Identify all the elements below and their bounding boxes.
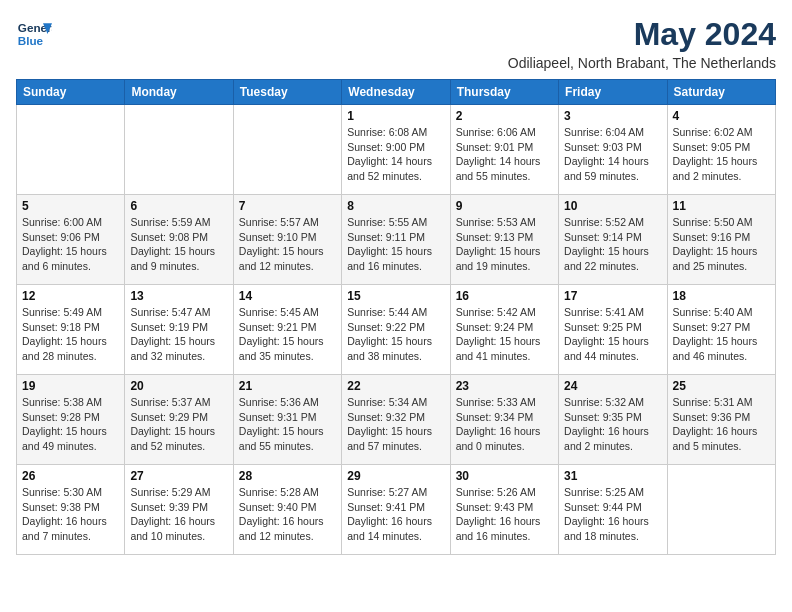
calendar-cell: 19Sunrise: 5:38 AMSunset: 9:28 PMDayligh… [17,375,125,465]
calendar-cell: 23Sunrise: 5:33 AMSunset: 9:34 PMDayligh… [450,375,558,465]
week-row-0: 1Sunrise: 6:08 AMSunset: 9:00 PMDaylight… [17,105,776,195]
day-number: 11 [673,199,770,213]
day-info: Sunrise: 5:38 AMSunset: 9:28 PMDaylight:… [22,395,119,454]
calendar-cell: 31Sunrise: 5:25 AMSunset: 9:44 PMDayligh… [559,465,667,555]
calendar-cell: 1Sunrise: 6:08 AMSunset: 9:00 PMDaylight… [342,105,450,195]
day-number: 27 [130,469,227,483]
day-info: Sunrise: 5:34 AMSunset: 9:32 PMDaylight:… [347,395,444,454]
day-number: 3 [564,109,661,123]
day-info: Sunrise: 5:41 AMSunset: 9:25 PMDaylight:… [564,305,661,364]
day-number: 7 [239,199,336,213]
calendar-cell: 4Sunrise: 6:02 AMSunset: 9:05 PMDaylight… [667,105,775,195]
calendar-cell: 9Sunrise: 5:53 AMSunset: 9:13 PMDaylight… [450,195,558,285]
calendar-cell: 7Sunrise: 5:57 AMSunset: 9:10 PMDaylight… [233,195,341,285]
title-block: May 2024 Odiliapeel, North Brabant, The … [508,16,776,71]
calendar-cell: 24Sunrise: 5:32 AMSunset: 9:35 PMDayligh… [559,375,667,465]
calendar-cell: 10Sunrise: 5:52 AMSunset: 9:14 PMDayligh… [559,195,667,285]
calendar-cell: 12Sunrise: 5:49 AMSunset: 9:18 PMDayligh… [17,285,125,375]
subtitle: Odiliapeel, North Brabant, The Netherlan… [508,55,776,71]
day-info: Sunrise: 5:30 AMSunset: 9:38 PMDaylight:… [22,485,119,544]
day-info: Sunrise: 5:50 AMSunset: 9:16 PMDaylight:… [673,215,770,274]
day-info: Sunrise: 5:29 AMSunset: 9:39 PMDaylight:… [130,485,227,544]
day-number: 26 [22,469,119,483]
calendar-cell: 11Sunrise: 5:50 AMSunset: 9:16 PMDayligh… [667,195,775,285]
calendar-cell: 25Sunrise: 5:31 AMSunset: 9:36 PMDayligh… [667,375,775,465]
day-info: Sunrise: 5:45 AMSunset: 9:21 PMDaylight:… [239,305,336,364]
day-info: Sunrise: 5:32 AMSunset: 9:35 PMDaylight:… [564,395,661,454]
day-info: Sunrise: 5:57 AMSunset: 9:10 PMDaylight:… [239,215,336,274]
page-header: General Blue May 2024 Odiliapeel, North … [16,16,776,71]
week-row-4: 26Sunrise: 5:30 AMSunset: 9:38 PMDayligh… [17,465,776,555]
day-number: 6 [130,199,227,213]
day-number: 18 [673,289,770,303]
day-number: 2 [456,109,553,123]
day-number: 14 [239,289,336,303]
day-number: 10 [564,199,661,213]
day-info: Sunrise: 5:26 AMSunset: 9:43 PMDaylight:… [456,485,553,544]
day-number: 31 [564,469,661,483]
calendar-cell: 13Sunrise: 5:47 AMSunset: 9:19 PMDayligh… [125,285,233,375]
calendar-cell: 3Sunrise: 6:04 AMSunset: 9:03 PMDaylight… [559,105,667,195]
day-number: 20 [130,379,227,393]
day-info: Sunrise: 5:42 AMSunset: 9:24 PMDaylight:… [456,305,553,364]
calendar-cell [233,105,341,195]
day-info: Sunrise: 5:44 AMSunset: 9:22 PMDaylight:… [347,305,444,364]
calendar-cell: 18Sunrise: 5:40 AMSunset: 9:27 PMDayligh… [667,285,775,375]
day-info: Sunrise: 6:06 AMSunset: 9:01 PMDaylight:… [456,125,553,184]
calendar-cell: 27Sunrise: 5:29 AMSunset: 9:39 PMDayligh… [125,465,233,555]
day-info: Sunrise: 5:25 AMSunset: 9:44 PMDaylight:… [564,485,661,544]
day-number: 9 [456,199,553,213]
day-info: Sunrise: 5:37 AMSunset: 9:29 PMDaylight:… [130,395,227,454]
day-info: Sunrise: 5:28 AMSunset: 9:40 PMDaylight:… [239,485,336,544]
day-info: Sunrise: 6:00 AMSunset: 9:06 PMDaylight:… [22,215,119,274]
day-number: 21 [239,379,336,393]
calendar-cell: 14Sunrise: 5:45 AMSunset: 9:21 PMDayligh… [233,285,341,375]
calendar-table: SundayMondayTuesdayWednesdayThursdayFrid… [16,79,776,555]
calendar-cell: 15Sunrise: 5:44 AMSunset: 9:22 PMDayligh… [342,285,450,375]
day-number: 29 [347,469,444,483]
header-row: SundayMondayTuesdayWednesdayThursdayFrid… [17,80,776,105]
day-info: Sunrise: 5:49 AMSunset: 9:18 PMDaylight:… [22,305,119,364]
day-number: 13 [130,289,227,303]
calendar-cell [667,465,775,555]
day-number: 8 [347,199,444,213]
day-number: 12 [22,289,119,303]
day-number: 16 [456,289,553,303]
calendar-cell: 21Sunrise: 5:36 AMSunset: 9:31 PMDayligh… [233,375,341,465]
logo-icon: General Blue [16,16,52,52]
day-number: 15 [347,289,444,303]
day-info: Sunrise: 6:08 AMSunset: 9:00 PMDaylight:… [347,125,444,184]
day-info: Sunrise: 6:04 AMSunset: 9:03 PMDaylight:… [564,125,661,184]
calendar-cell [125,105,233,195]
day-info: Sunrise: 5:31 AMSunset: 9:36 PMDaylight:… [673,395,770,454]
calendar-cell: 22Sunrise: 5:34 AMSunset: 9:32 PMDayligh… [342,375,450,465]
calendar-cell: 29Sunrise: 5:27 AMSunset: 9:41 PMDayligh… [342,465,450,555]
day-number: 17 [564,289,661,303]
week-row-3: 19Sunrise: 5:38 AMSunset: 9:28 PMDayligh… [17,375,776,465]
header-monday: Monday [125,80,233,105]
day-info: Sunrise: 5:52 AMSunset: 9:14 PMDaylight:… [564,215,661,274]
day-number: 30 [456,469,553,483]
calendar-cell: 6Sunrise: 5:59 AMSunset: 9:08 PMDaylight… [125,195,233,285]
week-row-2: 12Sunrise: 5:49 AMSunset: 9:18 PMDayligh… [17,285,776,375]
svg-text:Blue: Blue [18,34,44,47]
main-title: May 2024 [508,16,776,53]
day-info: Sunrise: 5:55 AMSunset: 9:11 PMDaylight:… [347,215,444,274]
calendar-cell: 8Sunrise: 5:55 AMSunset: 9:11 PMDaylight… [342,195,450,285]
calendar-header: SundayMondayTuesdayWednesdayThursdayFrid… [17,80,776,105]
day-info: Sunrise: 5:36 AMSunset: 9:31 PMDaylight:… [239,395,336,454]
day-number: 22 [347,379,444,393]
calendar-cell: 28Sunrise: 5:28 AMSunset: 9:40 PMDayligh… [233,465,341,555]
header-saturday: Saturday [667,80,775,105]
day-info: Sunrise: 5:59 AMSunset: 9:08 PMDaylight:… [130,215,227,274]
calendar-cell: 26Sunrise: 5:30 AMSunset: 9:38 PMDayligh… [17,465,125,555]
calendar-cell: 30Sunrise: 5:26 AMSunset: 9:43 PMDayligh… [450,465,558,555]
day-number: 4 [673,109,770,123]
day-info: Sunrise: 5:40 AMSunset: 9:27 PMDaylight:… [673,305,770,364]
day-info: Sunrise: 5:27 AMSunset: 9:41 PMDaylight:… [347,485,444,544]
calendar-cell: 17Sunrise: 5:41 AMSunset: 9:25 PMDayligh… [559,285,667,375]
header-friday: Friday [559,80,667,105]
day-number: 28 [239,469,336,483]
day-info: Sunrise: 5:53 AMSunset: 9:13 PMDaylight:… [456,215,553,274]
day-info: Sunrise: 6:02 AMSunset: 9:05 PMDaylight:… [673,125,770,184]
